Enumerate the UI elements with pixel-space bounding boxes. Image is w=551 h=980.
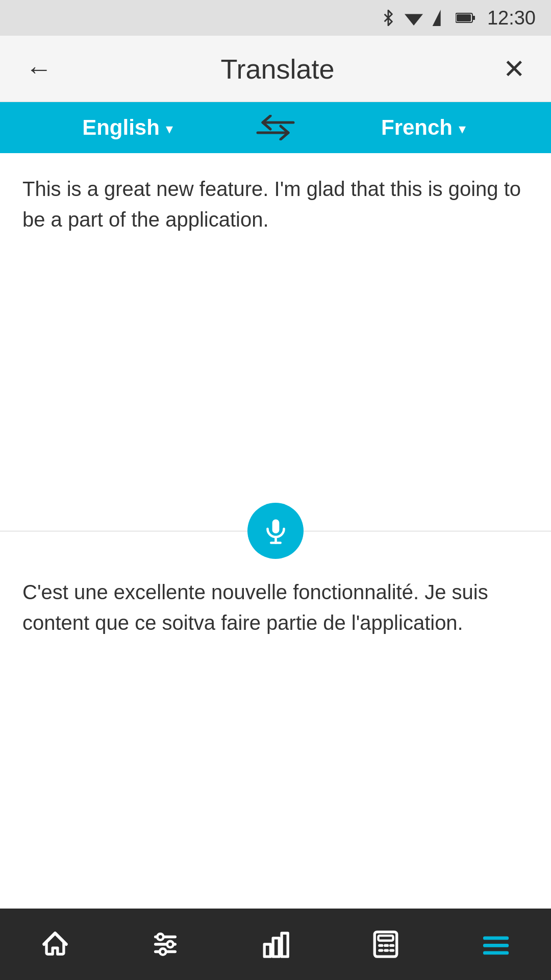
svg-marker-0 bbox=[405, 14, 423, 26]
source-text: This is a great new feature. I'm glad th… bbox=[22, 174, 529, 235]
svg-rect-17 bbox=[273, 938, 279, 957]
svg-rect-7 bbox=[272, 519, 279, 533]
chart-icon bbox=[261, 929, 290, 959]
source-language-selector[interactable]: English ▾ bbox=[10, 115, 245, 140]
divider-container bbox=[0, 505, 551, 556]
source-language-label: English bbox=[82, 115, 160, 140]
target-language-selector[interactable]: French ▾ bbox=[306, 115, 541, 140]
mic-button[interactable] bbox=[247, 503, 304, 559]
svg-rect-3 bbox=[472, 16, 475, 20]
wifi-icon bbox=[405, 10, 423, 26]
bottom-nav bbox=[0, 909, 551, 980]
status-bar: 12:30 bbox=[0, 0, 551, 36]
battery-icon bbox=[456, 11, 475, 25]
target-panel: C'est une excellente nouvelle fonctionna… bbox=[0, 556, 551, 909]
svg-rect-20 bbox=[379, 936, 393, 941]
calculator-icon bbox=[371, 929, 400, 959]
nav-chart-button[interactable] bbox=[220, 909, 331, 980]
target-text: C'est une excellente nouvelle fonctionna… bbox=[22, 577, 529, 638]
target-language-chevron-icon: ▾ bbox=[459, 120, 466, 137]
swap-arrows-icon bbox=[255, 115, 296, 140]
menu-icon bbox=[481, 929, 511, 959]
source-panel[interactable]: This is a great new feature. I'm glad th… bbox=[0, 153, 551, 505]
language-bar: English ▾ French ▾ bbox=[0, 102, 551, 153]
swap-languages-button[interactable] bbox=[245, 115, 306, 140]
signal-icon bbox=[431, 10, 447, 26]
page-title: Translate bbox=[220, 53, 334, 85]
nav-bar: ← Translate ✕ bbox=[0, 36, 551, 102]
nav-menu-button[interactable] bbox=[441, 909, 551, 980]
svg-point-15 bbox=[160, 948, 166, 954]
close-button[interactable]: ✕ bbox=[498, 51, 531, 87]
svg-marker-1 bbox=[433, 10, 441, 26]
svg-rect-4 bbox=[457, 14, 471, 21]
svg-rect-16 bbox=[264, 944, 270, 957]
sliders-icon bbox=[151, 929, 180, 959]
bluetooth-icon bbox=[380, 10, 396, 26]
status-time: 12:30 bbox=[487, 7, 536, 29]
svg-point-13 bbox=[157, 934, 163, 940]
translation-area: This is a great new feature. I'm glad th… bbox=[0, 153, 551, 909]
svg-point-14 bbox=[167, 941, 173, 947]
nav-calculator-button[interactable] bbox=[331, 909, 441, 980]
back-button[interactable]: ← bbox=[20, 51, 57, 87]
target-language-label: French bbox=[381, 115, 453, 140]
svg-rect-18 bbox=[282, 933, 288, 957]
mic-icon bbox=[262, 517, 290, 545]
nav-settings-button[interactable] bbox=[110, 909, 220, 980]
nav-home-button[interactable] bbox=[0, 909, 110, 980]
home-icon bbox=[40, 929, 70, 959]
source-language-chevron-icon: ▾ bbox=[166, 120, 173, 137]
